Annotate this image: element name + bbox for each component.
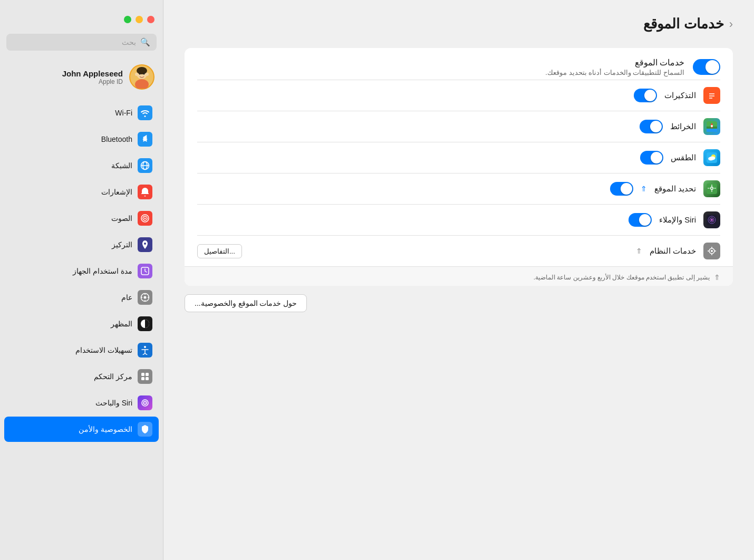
sidebar-item-label-privacy: الخصوصية والأمن: [79, 425, 132, 433]
findmy-toggle[interactable]: [610, 182, 633, 196]
svg-rect-25: [146, 373, 149, 376]
weather-label: الطقس: [671, 153, 696, 162]
app-row-siri: Siri والإملاء: [185, 205, 733, 235]
sidebar-item-appearance[interactable]: المظهر: [4, 311, 159, 336]
user-info: John Appleseed Apple ID: [62, 69, 123, 85]
chevron-icon: ›: [729, 17, 733, 31]
app-row-reminders: التذكيرات: [185, 80, 733, 111]
system-services-row: التفاصيل... ⇑ خدمات النظام: [185, 236, 733, 266]
findmy-label: تحديد الموقع: [654, 184, 696, 194]
reminders-toggle[interactable]: [634, 89, 657, 102]
sidebar-nav: Wi-Fi Bluetooth الشبكة: [0, 98, 163, 560]
focus-icon: [138, 237, 152, 252]
sidebar-item-control[interactable]: مركز التحكم: [4, 364, 159, 389]
svg-point-17: [144, 296, 147, 299]
app-row-findmy: ⇑ تحديد الموقع: [185, 173, 733, 204]
weather-toggle[interactable]: [640, 151, 663, 165]
sidebar-item-sound[interactable]: الصوت: [4, 206, 159, 231]
traffic-light-red[interactable]: [147, 16, 154, 23]
search-icon: 🔍: [140, 37, 150, 47]
sound-icon: [138, 211, 152, 226]
app-row-weather: الطقس: [185, 142, 733, 173]
sidebar-item-screentime[interactable]: مدة استخدام الجهاز: [4, 258, 159, 284]
svg-point-3: [135, 73, 138, 76]
svg-point-30: [144, 402, 146, 403]
siri-toggle[interactable]: [629, 213, 652, 227]
system-services-label: خدمات النظام: [650, 246, 696, 256]
bluetooth-icon: [138, 132, 152, 147]
location-services-title: خدمات الموقع: [635, 57, 684, 67]
sidebar-item-label-accessibility: تسهيلات الاستخدام: [75, 346, 132, 354]
svg-rect-24: [141, 373, 144, 376]
search-placeholder: بحث: [122, 38, 136, 46]
app-row-maps: الخرائط: [185, 111, 733, 142]
reminders-app-icon: [703, 87, 720, 104]
accessibility-icon: [138, 343, 152, 358]
svg-point-14: [144, 243, 146, 245]
sidebar-item-label-screentime: مدة استخدام الجهاز: [73, 267, 132, 275]
sidebar-item-label-network: الشبكة: [111, 161, 132, 170]
page-title: خدمات الموقع: [643, 16, 723, 32]
sidebar-item-label-bluetooth: Bluetooth: [101, 135, 132, 143]
findmy-location-arrow: ⇑: [641, 185, 647, 193]
privacy-icon: [138, 422, 152, 437]
wifi-icon: [138, 105, 152, 120]
user-profile[interactable]: John Appleseed Apple ID: [0, 59, 163, 98]
general-icon: [138, 290, 152, 305]
maps-toggle[interactable]: [640, 120, 663, 133]
reminders-label: التذكيرات: [664, 91, 696, 100]
system-services-icon: [703, 243, 720, 259]
maps-app-icon: [703, 118, 720, 135]
svg-point-4: [146, 73, 149, 76]
location-services-toggle[interactable]: [693, 59, 720, 75]
sidebar-item-label-appearance: المظهر: [111, 320, 132, 328]
svg-point-45: [711, 188, 713, 189]
network-icon: [138, 158, 152, 173]
svg-rect-26: [141, 377, 144, 380]
sidebar-item-label-wifi: Wi-Fi: [115, 109, 132, 117]
sidebar-item-label-control: مركز التحكم: [94, 372, 132, 381]
siri-label: Siri والإملاء: [659, 215, 696, 225]
sidebar-item-bluetooth[interactable]: Bluetooth: [4, 127, 159, 152]
svg-point-49: [711, 219, 713, 221]
svg-point-42: [710, 157, 716, 160]
sidebar-item-label-notifications: الإشعارات: [101, 188, 132, 196]
settings-card: خدمات الموقع السماح للتطبيقات والخدمات أ…: [185, 48, 733, 286]
sidebar: بحث 🔍 John Appleseed Apple ID: [0, 0, 163, 560]
main-content: خدمات الموقع › خدمات الموقع السماح للتطب…: [163, 0, 754, 560]
svg-point-13: [144, 218, 146, 219]
location-services-text: خدمات الموقع السماح للتطبيقات والخدمات أ…: [545, 57, 684, 76]
maps-label: الخرائط: [670, 122, 696, 131]
about-location-button[interactable]: حول خدمات الموقع والخصوصية...: [185, 294, 307, 312]
sidebar-item-privacy[interactable]: الخصوصية والأمن: [4, 417, 159, 442]
sidebar-item-wifi[interactable]: Wi-Fi: [4, 100, 159, 125]
sidebar-item-notifications[interactable]: الإشعارات: [4, 179, 159, 205]
svg-point-52: [711, 250, 713, 252]
traffic-light-green[interactable]: [124, 16, 131, 23]
search-bar[interactable]: بحث 🔍: [6, 34, 157, 51]
appearance-icon: [138, 316, 152, 331]
svg-rect-27: [146, 377, 149, 380]
sidebar-item-label-focus: التركيز: [112, 240, 132, 249]
details-button[interactable]: التفاصيل...: [197, 244, 242, 258]
svg-point-6: [139, 73, 141, 75]
footer-note: يشير إلى تطبيق استخدم موقعك خلال الأربع …: [185, 266, 733, 286]
notifications-icon: [138, 185, 152, 199]
user-name: John Appleseed: [62, 69, 123, 78]
control-icon: [138, 369, 152, 384]
siri-app-icon: [703, 211, 720, 228]
system-location-arrow: ⇑: [636, 247, 642, 255]
location-services-subtitle: السماح للتطبيقات والخدمات أدناه بتحديد م…: [545, 69, 684, 76]
sidebar-item-focus[interactable]: التركيز: [4, 232, 159, 257]
sidebar-item-siri[interactable]: Siri والباحث: [4, 390, 159, 416]
svg-point-7: [143, 73, 145, 75]
sidebar-item-accessibility[interactable]: تسهيلات الاستخدام: [4, 337, 159, 363]
sidebar-item-general[interactable]: عام: [4, 285, 159, 310]
footer-location-arrow: ⇑: [714, 273, 720, 282]
traffic-light-yellow[interactable]: [136, 16, 143, 23]
svg-point-2: [137, 67, 147, 74]
findmy-app-icon: [703, 180, 720, 197]
weather-app-icon: [703, 149, 720, 166]
sidebar-item-network[interactable]: الشبكة: [4, 153, 159, 178]
sidebar-item-label-sound: الصوت: [111, 214, 132, 223]
